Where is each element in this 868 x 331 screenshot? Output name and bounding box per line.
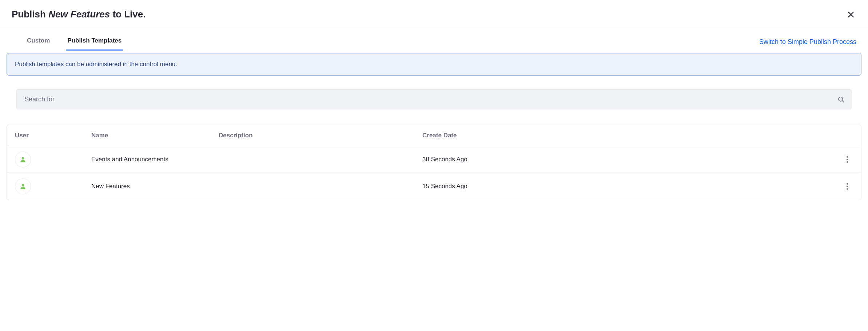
cell-user bbox=[15, 178, 91, 194]
title-prefix: Publish bbox=[12, 9, 48, 20]
close-button[interactable] bbox=[845, 9, 856, 20]
th-user: User bbox=[15, 132, 91, 139]
user-icon bbox=[19, 156, 27, 163]
title-suffix: to Live. bbox=[110, 9, 146, 20]
close-icon bbox=[847, 11, 855, 19]
svg-point-7 bbox=[847, 161, 848, 163]
svg-point-6 bbox=[847, 159, 848, 160]
kebab-icon bbox=[847, 156, 848, 163]
kebab-icon bbox=[847, 183, 848, 190]
search-wrap bbox=[16, 89, 852, 109]
cell-name: New Features bbox=[91, 183, 219, 190]
avatar bbox=[15, 178, 31, 194]
svg-point-5 bbox=[847, 156, 848, 158]
search-input[interactable] bbox=[16, 89, 852, 109]
th-description: Description bbox=[219, 132, 422, 139]
table-row[interactable]: New Features 15 Seconds Ago bbox=[7, 173, 861, 200]
row-actions-button[interactable] bbox=[841, 154, 853, 165]
svg-point-9 bbox=[847, 183, 848, 185]
svg-point-8 bbox=[22, 184, 24, 186]
cell-name: Events and Announcements bbox=[91, 156, 219, 163]
tab-custom[interactable]: Custom bbox=[25, 33, 51, 51]
table-row[interactable]: Events and Announcements 38 Seconds Ago bbox=[7, 146, 861, 173]
svg-point-2 bbox=[839, 97, 843, 101]
row-actions-button[interactable] bbox=[841, 181, 853, 192]
svg-point-4 bbox=[22, 157, 24, 160]
tab-row: Custom Publish Templates Switch to Simpl… bbox=[0, 33, 868, 51]
tab-publish-templates[interactable]: Publish Templates bbox=[66, 33, 123, 51]
templates-table: User Name Description Create Date Events… bbox=[7, 125, 861, 200]
search-icon bbox=[837, 96, 845, 103]
cell-create-date: 15 Seconds Ago bbox=[422, 183, 828, 190]
title-italic: New Features bbox=[48, 9, 110, 20]
table-header: User Name Description Create Date bbox=[7, 125, 861, 146]
svg-line-3 bbox=[842, 101, 844, 102]
cell-create-date: 38 Seconds Ago bbox=[422, 156, 828, 163]
content: Publish templates can be administered in… bbox=[0, 53, 868, 200]
page-title: Publish New Features to Live. bbox=[12, 9, 146, 20]
svg-point-11 bbox=[847, 188, 848, 190]
tabs: Custom Publish Templates bbox=[12, 33, 123, 51]
th-create-date: Create Date bbox=[422, 132, 828, 139]
avatar bbox=[15, 152, 31, 167]
info-alert: Publish templates can be administered in… bbox=[7, 53, 861, 76]
svg-point-10 bbox=[847, 186, 848, 187]
th-name: Name bbox=[91, 132, 219, 139]
modal-header: Publish New Features to Live. bbox=[0, 0, 868, 29]
cell-user bbox=[15, 152, 91, 167]
user-icon bbox=[19, 183, 27, 190]
switch-simple-link[interactable]: Switch to Simple Publish Process bbox=[759, 38, 856, 51]
